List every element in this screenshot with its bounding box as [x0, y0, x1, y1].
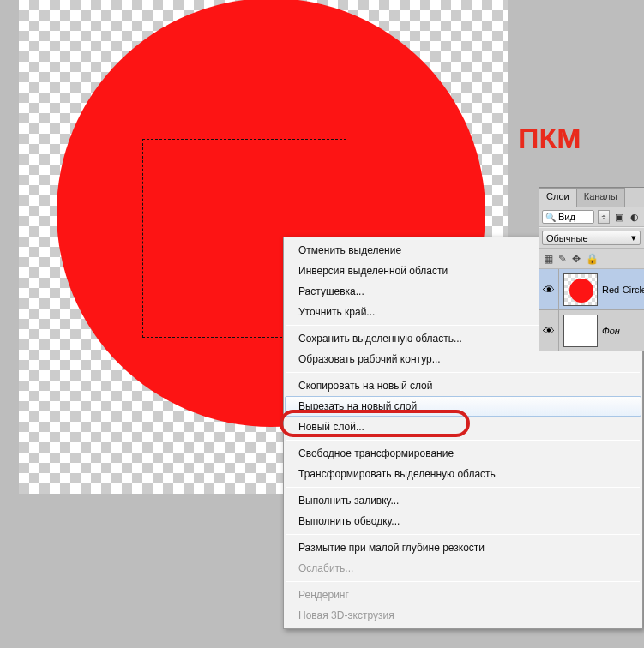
- layer-thumbnail: [563, 273, 598, 306]
- blend-mode-value: Обычные: [546, 233, 588, 243]
- menu-item[interactable]: Скопировать на новый слой: [285, 375, 641, 396]
- menu-separator: [286, 372, 640, 373]
- menu-item: Рендеринг: [285, 585, 641, 605]
- menu-separator: [286, 581, 640, 582]
- menu-separator: [286, 440, 640, 441]
- layer-list: 👁Red-Circle-Funa👁Фон: [539, 269, 644, 351]
- layer-name[interactable]: Фон: [602, 326, 644, 336]
- filter-icon-1[interactable]: ▣: [613, 211, 625, 223]
- lock-paint-icon[interactable]: ✎: [558, 253, 567, 265]
- panel-tabs: Слои Каналы: [539, 188, 644, 207]
- visibility-eye-icon[interactable]: 👁: [539, 269, 559, 309]
- menu-item[interactable]: Новый слой...: [285, 417, 641, 437]
- filter-icon-2[interactable]: ◐: [629, 211, 641, 223]
- menu-item[interactable]: Трансформировать выделенную область: [285, 464, 641, 484]
- annotation-label: ПКМ: [518, 122, 581, 155]
- panel-search-row: 🔍 Вид ÷ ▣ ◐: [539, 207, 644, 227]
- menu-item[interactable]: Вырезать на новый слой: [285, 396, 641, 417]
- tab-layers[interactable]: Слои: [539, 188, 577, 207]
- layer-row[interactable]: 👁Red-Circle-Funa: [539, 269, 644, 310]
- menu-item[interactable]: Размытие при малой глубине резкости: [285, 537, 641, 558]
- filter-dropdown-button[interactable]: ÷: [598, 210, 610, 224]
- lock-transparency-icon[interactable]: ▦: [544, 253, 553, 265]
- search-icon: 🔍: [545, 213, 556, 222]
- layer-row[interactable]: 👁Фон: [539, 310, 644, 351]
- chevron-down-icon: ▾: [631, 232, 636, 243]
- lock-move-icon[interactable]: ✥: [572, 253, 581, 265]
- blend-mode-select[interactable]: Обычные ▾: [542, 231, 641, 245]
- layer-filter[interactable]: 🔍 Вид: [542, 210, 594, 224]
- layer-thumbnail: [563, 315, 598, 347]
- menu-separator: [286, 534, 640, 535]
- menu-item[interactable]: Образовать рабочий контур...: [285, 349, 641, 369]
- layer-name[interactable]: Red-Circle-Funa: [602, 285, 644, 295]
- menu-item[interactable]: Выполнить обводку...: [285, 511, 641, 531]
- tab-channels[interactable]: Каналы: [576, 188, 625, 207]
- menu-item[interactable]: Свободное трансформирование: [285, 443, 641, 464]
- menu-item: Ослабить...: [285, 558, 641, 579]
- filter-label: Вид: [558, 212, 575, 222]
- lock-icon-bar: ▦ ✎ ✥ 🔒: [539, 249, 644, 269]
- menu-item[interactable]: Выполнить заливку...: [285, 490, 641, 511]
- layers-panel: Слои Каналы 🔍 Вид ÷ ▣ ◐ Обычные ▾ ▦ ✎ ✥ …: [539, 187, 644, 351]
- panel-blend-row: Обычные ▾: [539, 227, 644, 249]
- lock-all-icon[interactable]: 🔒: [586, 253, 599, 265]
- menu-item: Новая 3D-экструзия: [285, 605, 641, 626]
- visibility-eye-icon[interactable]: 👁: [539, 310, 559, 351]
- menu-separator: [286, 487, 640, 488]
